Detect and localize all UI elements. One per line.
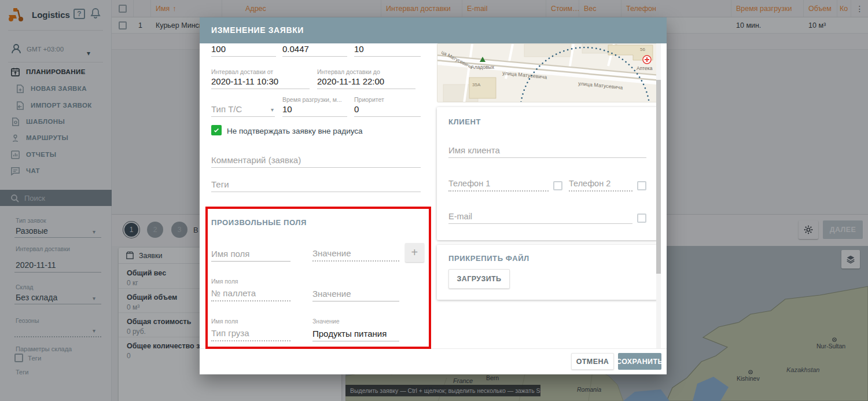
phone1-input[interactable]: Телефон 1 [448, 175, 549, 192]
comment-input[interactable]: Комментарий (заявка) [211, 153, 421, 168]
attach-file-card: ПРИКРЕПИТЬ ФАЙЛ ЗАГРУЗИТЬ [437, 245, 658, 300]
map-label-pharmacy: Аптека [637, 65, 653, 71]
priority-input[interactable]: 0 [354, 102, 421, 117]
tags-input[interactable]: Теги [211, 177, 421, 192]
upload-button[interactable]: ЗАГРУЗИТЬ [448, 269, 510, 289]
modal-scrollbar-thumb[interactable] [656, 80, 661, 274]
client-email-input[interactable]: E-mail [448, 208, 632, 224]
check-icon [213, 127, 220, 134]
modal-title: ИЗМЕНЕНИЕ ЗАЯВКИ [200, 17, 667, 43]
email-checkbox[interactable] [637, 214, 646, 223]
save-button[interactable]: СОХРАНИТЬ [618, 353, 661, 370]
app-root: Logistics ? GMT +03:00 ▾ ПЛАНИРОВАНИЕ НО… [0, 0, 868, 401]
map-label-district: Аладовых [471, 64, 495, 70]
chevron-down-icon: ▾ [271, 106, 274, 113]
map-building-35a: 35А [472, 82, 481, 87]
client-title: КЛИЕНТ [448, 117, 481, 126]
highlight-rectangle [205, 207, 431, 349]
interval-to-input[interactable]: 2020-11-11 22:00 [317, 74, 415, 89]
phone2-input[interactable]: Телефон 2 [569, 175, 632, 192]
client-card: КЛИЕНТ Имя клиента Телефон 1 Телефон 2 E… [437, 107, 658, 240]
radius-checkbox[interactable] [211, 125, 222, 135]
unload-time-input[interactable]: 10 [282, 102, 347, 117]
map-building-56: 56 [640, 47, 645, 52]
cancel-button[interactable]: ОТМЕНА [571, 353, 614, 370]
client-name-input[interactable]: Имя клиента [448, 143, 646, 158]
street-map-image: 56 35А Аладовых Аптека улица Матусевича … [437, 44, 658, 102]
interval-from-input[interactable]: 2020-11-11 10:30 [211, 74, 310, 89]
attach-file-title: ПРИКРЕПИТЬ ФАЙЛ [448, 254, 529, 263]
radius-checkbox-label: Не подтверждать заявку вне радиуса [227, 127, 363, 135]
vehicle-type-select[interactable]: Тип Т/С ▾ [211, 102, 275, 117]
order-location-map[interactable]: 56 35А Аладовых Аптека улица Матусевича … [437, 43, 658, 102]
phone2-checkbox[interactable] [637, 181, 646, 190]
phone1-checkbox[interactable] [553, 181, 562, 190]
